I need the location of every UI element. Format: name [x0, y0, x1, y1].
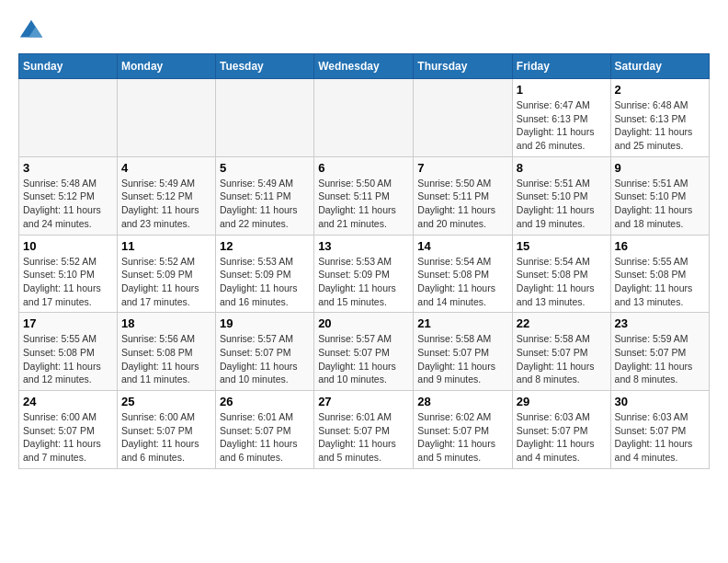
weekday-header-saturday: Saturday — [610, 54, 709, 79]
day-info: Sunrise: 6:47 AM Sunset: 6:13 PM Dayligh… — [517, 98, 607, 153]
day-number: 19 — [220, 316, 310, 330]
day-info: Sunrise: 5:50 AM Sunset: 5:11 PM Dayligh… — [417, 177, 508, 231]
day-info: Sunrise: 6:01 AM Sunset: 5:07 PM Dayligh… — [220, 410, 310, 465]
day-number: 15 — [517, 239, 607, 253]
calendar-cell: 29Sunrise: 6:03 AM Sunset: 5:07 PM Dayli… — [512, 391, 610, 469]
calendar-cell: 28Sunrise: 6:02 AM Sunset: 5:07 PM Dayli… — [414, 391, 513, 469]
weekday-header-monday: Monday — [117, 54, 215, 79]
weekday-header-thursday: Thursday — [414, 54, 513, 79]
day-number: 20 — [318, 316, 409, 330]
calendar-cell: 7Sunrise: 5:50 AM Sunset: 5:11 PM Daylig… — [414, 156, 513, 235]
day-info: Sunrise: 5:51 AM Sunset: 5:10 PM Dayligh… — [615, 177, 705, 231]
calendar-cell: 3Sunrise: 5:48 AM Sunset: 5:12 PM Daylig… — [19, 156, 118, 235]
weekday-header-sunday: Sunday — [19, 54, 118, 79]
calendar-cell: 12Sunrise: 5:53 AM Sunset: 5:09 PM Dayli… — [215, 235, 313, 313]
day-number: 7 — [417, 161, 508, 175]
calendar-cell: 13Sunrise: 5:53 AM Sunset: 5:09 PM Dayli… — [314, 235, 414, 313]
day-number: 8 — [517, 161, 607, 175]
day-number: 1 — [517, 83, 607, 97]
day-number: 9 — [615, 161, 705, 175]
calendar-cell: 19Sunrise: 5:57 AM Sunset: 5:07 PM Dayli… — [215, 313, 313, 391]
calendar-cell: 23Sunrise: 5:59 AM Sunset: 5:07 PM Dayli… — [610, 313, 709, 391]
day-number: 22 — [517, 316, 607, 330]
day-info: Sunrise: 5:58 AM Sunset: 5:07 PM Dayligh… — [417, 332, 508, 386]
calendar-cell: 18Sunrise: 5:56 AM Sunset: 5:08 PM Dayli… — [117, 313, 215, 391]
day-number: 11 — [121, 239, 211, 253]
day-info: Sunrise: 5:53 AM Sunset: 5:09 PM Dayligh… — [220, 255, 310, 309]
weekday-header-row: SundayMondayTuesdayWednesdayThursdayFrid… — [19, 54, 710, 79]
day-number: 16 — [615, 239, 705, 253]
weekday-header-wednesday: Wednesday — [314, 54, 414, 79]
day-info: Sunrise: 5:50 AM Sunset: 5:11 PM Dayligh… — [318, 177, 409, 231]
day-info: Sunrise: 5:57 AM Sunset: 5:07 PM Dayligh… — [220, 332, 310, 386]
day-info: Sunrise: 6:48 AM Sunset: 6:13 PM Dayligh… — [615, 98, 705, 153]
day-number: 2 — [615, 83, 705, 97]
day-info: Sunrise: 5:57 AM Sunset: 5:07 PM Dayligh… — [318, 332, 409, 386]
calendar-cell: 27Sunrise: 6:01 AM Sunset: 5:07 PM Dayli… — [314, 391, 414, 469]
calendar-cell — [314, 79, 414, 157]
day-info: Sunrise: 5:52 AM Sunset: 5:10 PM Dayligh… — [23, 255, 113, 309]
day-number: 28 — [417, 395, 508, 408]
day-info: Sunrise: 5:56 AM Sunset: 5:08 PM Dayligh… — [121, 332, 211, 386]
day-info: Sunrise: 6:00 AM Sunset: 5:07 PM Dayligh… — [23, 410, 113, 465]
day-number: 30 — [615, 395, 705, 408]
day-number: 3 — [23, 161, 113, 175]
day-info: Sunrise: 5:54 AM Sunset: 5:08 PM Dayligh… — [517, 255, 607, 309]
calendar-cell: 1Sunrise: 6:47 AM Sunset: 6:13 PM Daylig… — [512, 79, 610, 157]
day-number: 27 — [318, 395, 409, 408]
day-number: 29 — [517, 395, 607, 408]
calendar-cell: 8Sunrise: 5:51 AM Sunset: 5:10 PM Daylig… — [512, 156, 610, 235]
day-number: 6 — [318, 161, 409, 175]
calendar-cell: 11Sunrise: 5:52 AM Sunset: 5:09 PM Dayli… — [117, 235, 215, 313]
day-number: 24 — [23, 395, 113, 408]
calendar-cell: 6Sunrise: 5:50 AM Sunset: 5:11 PM Daylig… — [314, 156, 414, 235]
calendar-cell — [117, 79, 215, 157]
day-info: Sunrise: 5:58 AM Sunset: 5:07 PM Dayligh… — [517, 332, 607, 386]
calendar-cell: 25Sunrise: 6:00 AM Sunset: 5:07 PM Dayli… — [117, 391, 215, 469]
day-info: Sunrise: 5:55 AM Sunset: 5:08 PM Dayligh… — [615, 255, 705, 309]
calendar-week-1: 1Sunrise: 6:47 AM Sunset: 6:13 PM Daylig… — [19, 79, 710, 157]
calendar-cell — [414, 79, 513, 157]
day-info: Sunrise: 5:53 AM Sunset: 5:09 PM Dayligh… — [318, 255, 409, 309]
day-info: Sunrise: 5:49 AM Sunset: 5:11 PM Dayligh… — [220, 177, 310, 231]
day-number: 10 — [23, 239, 113, 253]
calendar-week-5: 24Sunrise: 6:00 AM Sunset: 5:07 PM Dayli… — [19, 391, 710, 469]
calendar-week-4: 17Sunrise: 5:55 AM Sunset: 5:08 PM Dayli… — [19, 313, 710, 391]
day-info: Sunrise: 5:48 AM Sunset: 5:12 PM Dayligh… — [23, 177, 113, 231]
calendar-cell: 16Sunrise: 5:55 AM Sunset: 5:08 PM Dayli… — [610, 235, 709, 313]
day-number: 23 — [615, 316, 705, 330]
logo — [18, 18, 50, 44]
weekday-header-friday: Friday — [512, 54, 610, 79]
calendar-cell: 22Sunrise: 5:58 AM Sunset: 5:07 PM Dayli… — [512, 313, 610, 391]
day-info: Sunrise: 6:00 AM Sunset: 5:07 PM Dayligh… — [121, 410, 211, 465]
day-info: Sunrise: 5:55 AM Sunset: 5:08 PM Dayligh… — [23, 332, 113, 386]
calendar-cell: 21Sunrise: 5:58 AM Sunset: 5:07 PM Dayli… — [414, 313, 513, 391]
calendar-cell: 5Sunrise: 5:49 AM Sunset: 5:11 PM Daylig… — [215, 156, 313, 235]
day-info: Sunrise: 5:52 AM Sunset: 5:09 PM Dayligh… — [121, 255, 211, 309]
calendar-cell: 2Sunrise: 6:48 AM Sunset: 6:13 PM Daylig… — [610, 79, 709, 157]
calendar-table: SundayMondayTuesdayWednesdayThursdayFrid… — [18, 53, 710, 469]
day-number: 4 — [121, 161, 211, 175]
calendar-cell: 30Sunrise: 6:03 AM Sunset: 5:07 PM Dayli… — [610, 391, 709, 469]
day-info: Sunrise: 6:03 AM Sunset: 5:07 PM Dayligh… — [615, 410, 705, 465]
calendar-cell: 20Sunrise: 5:57 AM Sunset: 5:07 PM Dayli… — [314, 313, 414, 391]
day-number: 5 — [220, 161, 310, 175]
day-info: Sunrise: 5:54 AM Sunset: 5:08 PM Dayligh… — [417, 255, 508, 309]
day-info: Sunrise: 5:49 AM Sunset: 5:12 PM Dayligh… — [121, 177, 211, 231]
calendar-cell: 17Sunrise: 5:55 AM Sunset: 5:08 PM Dayli… — [19, 313, 118, 391]
calendar-cell — [19, 79, 118, 157]
day-info: Sunrise: 6:03 AM Sunset: 5:07 PM Dayligh… — [517, 410, 607, 465]
day-info: Sunrise: 5:59 AM Sunset: 5:07 PM Dayligh… — [615, 332, 705, 386]
day-info: Sunrise: 6:01 AM Sunset: 5:07 PM Dayligh… — [318, 410, 409, 465]
logo-icon — [18, 18, 44, 44]
calendar-cell: 10Sunrise: 5:52 AM Sunset: 5:10 PM Dayli… — [19, 235, 118, 313]
calendar-cell: 9Sunrise: 5:51 AM Sunset: 5:10 PM Daylig… — [610, 156, 709, 235]
day-number: 12 — [220, 239, 310, 253]
day-number: 18 — [121, 316, 211, 330]
calendar-week-3: 10Sunrise: 5:52 AM Sunset: 5:10 PM Dayli… — [19, 235, 710, 313]
calendar-cell: 15Sunrise: 5:54 AM Sunset: 5:08 PM Dayli… — [512, 235, 610, 313]
day-number: 26 — [220, 395, 310, 408]
day-number: 25 — [121, 395, 211, 408]
calendar-cell — [215, 79, 313, 157]
calendar-cell: 26Sunrise: 6:01 AM Sunset: 5:07 PM Dayli… — [215, 391, 313, 469]
